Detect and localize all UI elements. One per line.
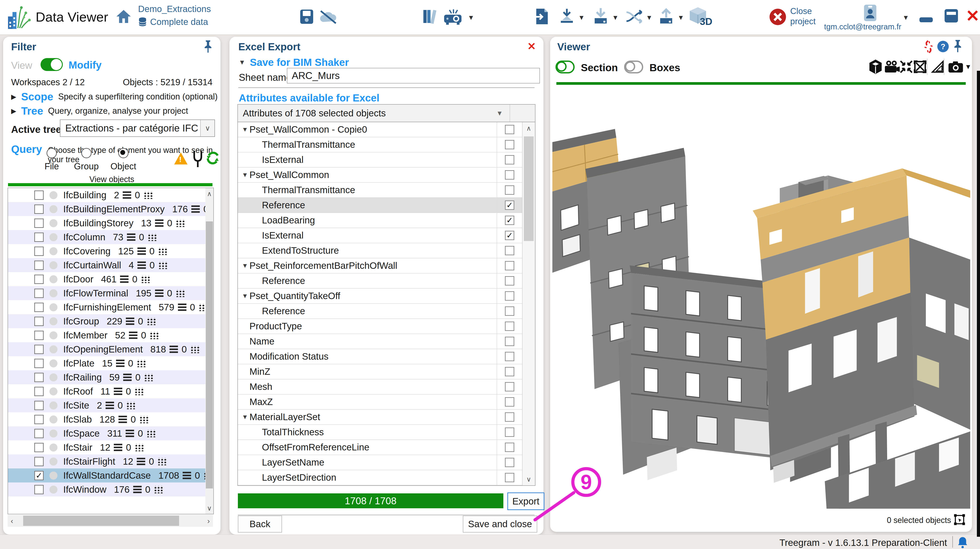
export-button[interactable]: Export [508,492,544,510]
ifc-class-checkbox[interactable] [34,219,44,228]
save-icon[interactable] [299,9,314,24]
active-tree-select[interactable]: Extractions - par catégorie IFC ∨ [60,119,215,137]
attribute-row[interactable]: ▼ MaterialLayerSet [238,410,522,425]
attribute-checkbox[interactable] [505,382,514,392]
ifc-class-row[interactable]: IfcMember 52 0 [8,328,205,342]
radio-circle-icon[interactable] [81,148,92,158]
list-lines-icon[interactable] [191,205,200,213]
attribute-checkbox[interactable] [505,140,514,149]
list-lines-icon[interactable] [137,248,146,255]
collapse-triangle-icon[interactable]: ▼ [242,414,250,420]
ifc-class-row[interactable]: IfcBuildingStorey 13 0 [8,216,205,230]
grid-dots-icon[interactable] [158,262,167,269]
list-lines-icon[interactable] [114,444,122,451]
attribute-row[interactable]: ▼ ProductType [238,319,522,334]
attribute-checkbox[interactable] [505,322,514,331]
attribute-row[interactable]: ▼ Reference ✓ [238,198,522,213]
attribute-checkbox[interactable] [505,246,514,255]
close-window-button[interactable]: ✕ [966,6,980,25]
radio-circle-icon[interactable] [46,148,57,158]
list-lines-icon[interactable] [120,276,129,283]
attribute-row[interactable]: ▼ Pset_QuantityTakeOff [238,289,522,304]
download-dropdown-icon[interactable]: ▼ [612,14,619,21]
ifc-class-row[interactable]: IfcBuildingElementProxy 176 0 [8,202,205,216]
upload-dropdown-icon[interactable]: ▼ [678,14,684,21]
radio-group[interactable]: Group [74,148,99,171]
attribute-checkbox[interactable]: ✓ [505,216,514,225]
ifc-class-row[interactable]: IfcSite 2 0 [8,398,205,413]
attribute-row[interactable]: ▼ Reference [238,304,522,319]
collapse-triangle-icon[interactable]: ▼ [242,126,250,133]
ifc-class-checkbox[interactable] [34,247,44,256]
cube-view-icon[interactable] [868,59,883,75]
grid-dots-icon[interactable] [134,388,143,395]
grid-dots-icon[interactable] [147,233,157,241]
collapse-triangle-icon[interactable]: ▼ [242,292,250,300]
maximize-button[interactable] [944,8,959,23]
attribute-row[interactable]: ▼ ExtendToStructure [238,243,522,259]
measure-triangle-icon[interactable] [931,59,945,74]
list-lines-icon[interactable] [183,472,191,479]
ifc-class-checkbox[interactable] [34,233,44,242]
attribute-checkbox[interactable] [505,291,514,301]
attributes-dropdown-header[interactable]: Attributes of 1708 selected objects ▼ [238,105,535,122]
ifc-class-checkbox[interactable] [34,485,44,494]
ifc-class-checkbox[interactable] [34,317,44,326]
attribute-checkbox[interactable] [505,397,514,406]
list-lines-icon[interactable] [133,486,142,493]
ifc-class-row[interactable]: IfcWindow 176 0 [8,482,205,497]
grid-dots-icon[interactable] [143,191,153,199]
save-for-bim-shaker-link[interactable]: Save for BIM Shaker [250,56,349,68]
ifc-class-checkbox[interactable] [34,373,44,382]
attribute-row[interactable]: ▼ LayerSetDirection [238,470,522,486]
attribute-checkbox[interactable] [505,306,514,316]
attribute-row[interactable]: ▼ Pset_WallCommon [238,168,522,183]
ifc-class-row[interactable]: IfcStairFlight 12 0 [8,454,205,468]
dataset-row[interactable]: Complete data [138,17,208,27]
download-icon[interactable] [593,8,608,25]
list-lines-icon[interactable] [170,346,178,353]
scroll-down-icon[interactable]: ∨ [205,504,213,512]
close-export-panel-icon[interactable]: ✕ [527,40,536,52]
ifc-class-row[interactable]: IfcOpeningElement 818 0 [8,342,205,356]
ifc-class-row[interactable]: IfcBuilding 2 0 [8,188,205,202]
attribute-checkbox[interactable] [505,125,514,134]
ifc-class-row[interactable]: IfcFurnishingElement 579 0 [8,300,205,314]
viewer-3d-model[interactable] [552,93,972,514]
attribute-checkbox[interactable]: ✓ [505,231,514,240]
ifc-class-checkbox[interactable] [34,401,44,410]
pin-icon[interactable] [952,40,964,53]
scroll-up-icon[interactable]: ∧ [522,124,535,132]
tree-label[interactable]: Tree [21,105,43,117]
attribute-checkbox[interactable] [505,367,514,376]
list-lines-icon[interactable] [155,219,164,227]
ifc-class-row[interactable]: IfcDoor 461 0 [8,272,205,286]
ifc-list-hscrollbar[interactable]: ‹ › [8,515,213,527]
attribute-checkbox[interactable] [505,458,514,467]
ifc-class-row[interactable]: IfcCovering 125 0 [8,244,205,258]
ifc-class-checkbox[interactable] [34,289,44,298]
collapse-view-icon[interactable] [899,59,913,74]
radio-object[interactable]: Object [110,148,136,171]
list-lines-icon[interactable] [116,360,124,367]
scope-expand-icon[interactable]: ▶ [11,93,16,101]
ifc-class-checkbox[interactable] [34,443,44,452]
grid-dots-icon[interactable] [157,458,166,465]
grid-dots-icon[interactable] [136,360,146,367]
grid-dots-icon[interactable] [175,219,185,227]
attribute-row[interactable]: ▼ IsExternal [238,152,522,168]
back-button[interactable]: Back [238,516,282,533]
section-toggle[interactable] [555,60,574,73]
view-modify-toggle[interactable] [41,58,63,71]
scroll-left-icon[interactable]: ‹ [11,517,13,525]
scope-label[interactable]: Scope [21,90,53,103]
list-lines-icon[interactable] [178,303,186,311]
attribute-checkbox[interactable] [505,337,514,346]
help-icon[interactable]: ? [937,40,949,53]
attribute-row[interactable]: ▼ Reference [238,273,522,289]
ifc-class-checkbox[interactable] [34,457,44,466]
ifc-class-row[interactable]: IfcRailing 59 0 [8,370,205,384]
list-lines-icon[interactable] [126,430,134,437]
ifc-class-checkbox[interactable] [34,359,44,368]
ifc-class-checkbox[interactable]: ✓ [34,471,44,480]
